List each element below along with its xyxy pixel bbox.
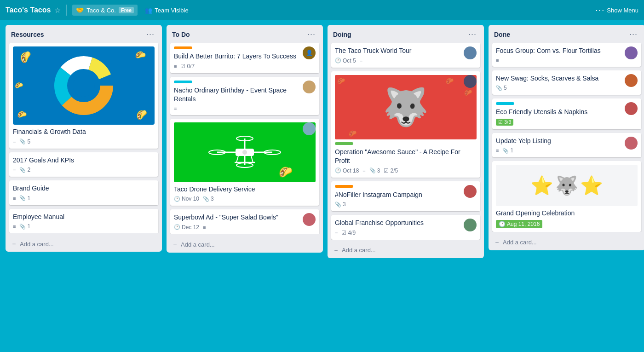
card-footer-brand: ≡ 📎 1 — [13, 195, 155, 202]
desc-yelp: ≡ — [496, 148, 499, 153]
card-drone[interactable]: 🌮 Taco Drone Delivery Service 🕐 Nov 10 📎… — [170, 119, 319, 206]
star-left-icon: ⭐ — [530, 175, 553, 196]
avatar-focusgroup — [625, 46, 638, 59]
card-title-brand: Brand Guide — [13, 184, 155, 193]
drone-image: 🌮 — [174, 122, 316, 182]
card-awesome-sauce[interactable]: 🐺 🌮 🌮 🌮 🌮 Operation "Awesome Sauce" - A … — [331, 71, 480, 178]
checklist-franchise: ☑ 4/9 — [341, 230, 356, 236]
checklist-awesome: ☑ 2/5 — [384, 167, 398, 174]
card-franchise[interactable]: Global Franchise Opportunities ≡ ☑ 4/9 — [331, 215, 480, 240]
card-title-yelp: Update Yelp Listing — [496, 137, 638, 146]
desc-franchise: ≡ — [335, 230, 338, 236]
date-drone: 🕐 Nov 10 — [174, 196, 199, 202]
show-menu-button[interactable]: ··· Show Menu — [595, 6, 638, 15]
card-title-superbowl: Superbowl Ad - "Super Salad Bowls" — [174, 213, 316, 222]
avatar-nofiller — [464, 185, 477, 198]
card-footer-grand-opening: 🕐 Aug 11, 2016 — [496, 220, 638, 228]
attach-goals: 📎 2 — [19, 167, 30, 173]
wolf-emoji: 🐺 — [383, 86, 429, 129]
card-swag[interactable]: New Swag: Socks, Scarves & Salsa 📎 5 — [492, 70, 641, 95]
desc-employee: ≡ — [13, 224, 16, 229]
workspace-button[interactable]: 🤝 Taco & Co. Free — [72, 5, 138, 16]
taco-emoji: 🌮 — [279, 166, 293, 179]
avatar-nacho — [303, 81, 316, 93]
card-title-nacho: Nacho Ordinary Birthday - Event Space Re… — [174, 86, 316, 104]
card-footer-eco: ☑ 3/3 — [496, 119, 638, 126]
team-icon: 👥 — [145, 7, 152, 14]
donut-image: 🌮 🌮 🌮 🌮 🌮 — [13, 46, 155, 125]
card-label-awesome — [335, 142, 353, 145]
card-nacho[interactable]: Nacho Ordinary Birthday - Event Space Re… — [170, 77, 319, 115]
star-right-icon: ⭐ — [580, 175, 603, 196]
column-doing: Doing ··· The Taco Truck World Tour 🕐 Oc… — [328, 25, 484, 258]
card-title-financials: Financials & Growth Data — [13, 127, 155, 137]
card-title-nofiller: #NoFiller Instagram Campaign — [335, 190, 477, 200]
attach-awesome: 📎 3 — [369, 167, 380, 174]
card-eco[interactable]: Eco Friendly Utensils & Napkins ☑ 3/3 — [492, 98, 641, 129]
desc-icon-financials: ≡ — [13, 139, 16, 144]
card-financials[interactable]: 🌮 🌮 🌮 🌮 🌮 Financials & Growth Data ≡ 📎 5 — [9, 43, 158, 149]
column-header-done: Done ··· — [489, 25, 644, 43]
board-title: Taco's Tacos — [6, 6, 51, 14]
svg-point-17 — [242, 150, 247, 155]
add-icon-resources: ＋ — [11, 240, 17, 248]
card-title-burrito: Build A Better Burrito: 7 Layers To Succ… — [174, 52, 316, 61]
card-title-franchise: Global Franchise Opportunities — [335, 219, 477, 228]
card-superbowl[interactable]: Superbowl Ad - "Super Salad Bowls" 🕐 Dec… — [170, 209, 319, 234]
card-focusgroup[interactable]: Focus Group: Corn vs. Flour Tortillas ≡ — [492, 43, 641, 67]
attach-financials: 📎 5 — [19, 138, 30, 145]
paperclip-icon-financials: 📎 — [19, 138, 26, 144]
card-taco-truck[interactable]: The Taco Truck World Tour 🕐 Oct 5 ≡ — [331, 43, 480, 68]
desc-awesome: ≡ — [362, 168, 365, 173]
celebration-image: ⭐ 🐺 ⭐ — [496, 165, 638, 206]
clock-icon-grand: 🕐 — [499, 221, 506, 227]
date-taco-truck: 🕐 Oct 5 — [335, 58, 356, 64]
column-header-doing: Doing ··· — [328, 25, 484, 43]
team-visibility[interactable]: 👥 Team Visible — [141, 5, 192, 16]
card-title-swag: New Swag: Socks, Scarves & Salsa — [496, 74, 638, 83]
avatar-yelp — [625, 137, 638, 150]
card-label-burrito — [174, 46, 192, 49]
date-awesome: 🕐 Oct 18 — [335, 167, 359, 174]
header-right: ··· Show Menu — [595, 6, 638, 15]
attach-count-financials: 5 — [27, 138, 30, 145]
star-icon[interactable]: ☆ — [54, 6, 61, 15]
add-card-done[interactable]: ＋ Add a card... — [489, 235, 644, 250]
card-footer-franchise: ≡ ☑ 4/9 — [335, 230, 477, 236]
date-superbowl: 🕐 Dec 12 — [174, 224, 199, 231]
card-nofiller[interactable]: #NoFiller Instagram Campaign 📎 3 — [331, 181, 480, 212]
column-menu-todo[interactable]: ··· — [305, 29, 317, 39]
desc-taco-truck: ≡ — [360, 58, 362, 63]
card-footer-burrito: ≡ ☑ 0/7 — [174, 63, 316, 69]
card-grand-opening[interactable]: ⭐ 🐺 ⭐ Grand Opening Celebration 🕐 Aug 11… — [492, 161, 641, 232]
card-title-awesome-sauce: Operation "Awesome Sauce" - A Recipe For… — [335, 148, 477, 166]
add-card-resources[interactable]: ＋ Add a card... — [6, 236, 162, 252]
column-cards-done: Focus Group: Corn vs. Flour Tortillas ≡ … — [489, 43, 644, 232]
card-brand[interactable]: Brand Guide ≡ 📎 1 — [9, 180, 158, 205]
card-goals[interactable]: 2017 Goals And KPIs ≡ 📎 2 — [9, 152, 158, 177]
card-employee[interactable]: Employee Manual ≡ 📎 1 — [9, 209, 158, 234]
add-icon-done: ＋ — [494, 238, 500, 247]
card-yelp[interactable]: Update Yelp Listing ≡ 📎 1 — [492, 133, 641, 158]
wolf-party-icon: 🐺 — [555, 175, 578, 196]
add-card-label-done: Add a card... — [503, 239, 537, 246]
column-title-doing: Doing — [333, 31, 351, 38]
workspace-icon: 🤝 — [76, 6, 84, 14]
add-card-todo[interactable]: ＋ Add a card... — [167, 237, 323, 253]
avatar-awesome-sauce — [464, 75, 477, 88]
attach-drone: 📎 3 — [203, 196, 214, 202]
card-burrito[interactable]: Build A Better Burrito: 7 Layers To Succ… — [170, 43, 319, 73]
add-card-label-doing: Add a card... — [342, 247, 376, 254]
desc-meta-icon: ≡ — [13, 139, 16, 144]
add-icon-doing: ＋ — [333, 246, 339, 254]
add-card-doing[interactable]: ＋ Add a card... — [328, 242, 484, 258]
column-menu-done[interactable]: ··· — [627, 29, 639, 39]
team-label: Team Visible — [155, 7, 188, 14]
date-badge-grand-opening: 🕐 Aug 11, 2016 — [496, 220, 542, 228]
card-footer-drone: 🕐 Nov 10 📎 3 — [174, 196, 316, 202]
column-menu-doing[interactable]: ··· — [466, 29, 478, 39]
card-title-employee: Employee Manual — [13, 213, 155, 222]
column-menu-resources[interactable]: ··· — [144, 29, 156, 39]
svg-line-15 — [251, 156, 253, 162]
board: Resources ··· 🌮 — [0, 20, 644, 352]
